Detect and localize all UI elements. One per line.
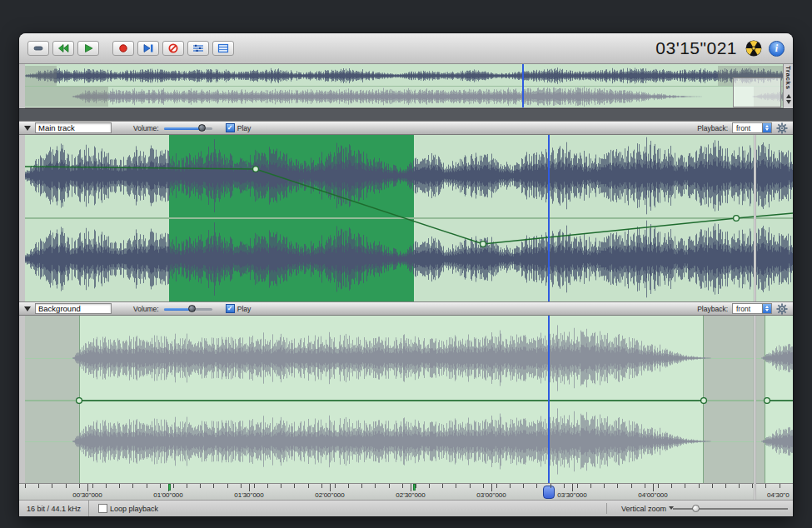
ruler-tick: [389, 484, 390, 488]
record-icon: [117, 43, 129, 53]
tracks-scrollbar[interactable]: Tracks: [783, 64, 793, 108]
vertical-zoom-slider[interactable]: [673, 501, 788, 517]
equalizer-button[interactable]: [187, 41, 209, 56]
slider-thumb[interactable]: [198, 124, 206, 132]
ruler-tick: [241, 484, 242, 488]
overview-navigator[interactable]: [25, 64, 783, 108]
volume-envelope-background[interactable]: [25, 316, 793, 483]
ruler-tick: [106, 484, 107, 488]
overview-row-divider: [25, 86, 783, 87]
ruler-time-label: 03'30"000: [552, 491, 592, 499]
status-bar: 16 bit / 44.1 kHz Loop playback Vertical…: [19, 500, 793, 516]
playback-dropdown[interactable]: front: [732, 122, 772, 133]
goto-end-button[interactable]: [137, 41, 159, 56]
tracks-window-button[interactable]: [212, 41, 234, 56]
stop-button[interactable]: [27, 41, 49, 56]
ruler-tick: [765, 484, 766, 488]
equalizer-icon: [192, 43, 204, 53]
time-ruler[interactable]: 00'30"00001'00"00001'30"00002'00"00002'3…: [19, 483, 793, 500]
loop-playback-checkbox[interactable]: [98, 504, 107, 513]
vertical-zoom-label: Vertical zoom: [621, 505, 666, 513]
gear-icon[interactable]: [776, 122, 788, 134]
track-background-waveform-area[interactable]: [25, 316, 793, 483]
ruler-time-label: 04'00"000: [633, 491, 673, 499]
ruler-tick: [254, 484, 255, 488]
track-name-field[interactable]: [35, 303, 112, 314]
playback-stepper[interactable]: [762, 123, 771, 132]
info-button[interactable]: i: [769, 41, 785, 57]
playback-stepper[interactable]: [762, 304, 771, 313]
ruler-major-tick: [330, 484, 331, 491]
rewind-button[interactable]: [52, 41, 74, 56]
ruler-tick: [564, 484, 565, 488]
ruler-tick: [712, 484, 713, 488]
ruler-tick: [132, 484, 133, 488]
goto-end-icon: [142, 43, 154, 53]
ruler-time-label: 02'00"000: [310, 491, 350, 499]
volume-label: Volume:: [133, 305, 159, 313]
ruler-tick: [66, 484, 67, 488]
scroll-down-icon[interactable]: [786, 100, 791, 107]
ruler-major-tick: [411, 484, 411, 491]
envelope-handle[interactable]: [77, 398, 82, 404]
volume-envelope-main[interactable]: [25, 135, 793, 301]
ruler-tick: [739, 484, 740, 488]
track-name-field[interactable]: [35, 122, 112, 133]
loop-playback-label: Loop playback: [110, 505, 158, 513]
pane-divider: [19, 108, 793, 121]
play-checkbox[interactable]: ✓: [226, 304, 235, 313]
burn-button[interactable]: [745, 40, 762, 57]
scroll-up-icon[interactable]: [786, 92, 791, 98]
track-main-waveform-area[interactable]: [25, 135, 793, 301]
ruler-major-tick: [249, 484, 250, 491]
envelope-handle[interactable]: [481, 242, 486, 247]
slider-thumb[interactable]: [692, 505, 700, 512]
ruler-major-tick: [87, 484, 88, 491]
envelope-handle[interactable]: [701, 398, 707, 404]
rewind-icon: [57, 43, 69, 53]
envelope-handle[interactable]: [765, 398, 770, 404]
tracks-window-icon: [217, 43, 229, 53]
play-label: Play: [237, 124, 252, 132]
ruler-tick: [780, 484, 780, 488]
ruler-time-label: 02'30"000: [391, 491, 431, 499]
ruler-time-label: 00'30"000: [67, 491, 107, 499]
ruler-tick: [402, 484, 403, 488]
cancel-recording-button[interactable]: [162, 41, 184, 56]
overview-view-rect[interactable]: [733, 77, 781, 107]
track-header-main: Volume: ✓ Play Playback: front: [19, 121, 793, 135]
view-splitter[interactable]: [754, 135, 756, 500]
ruler-tick: [429, 484, 430, 488]
playback-dropdown[interactable]: front: [732, 303, 772, 314]
playback-value: front: [736, 124, 750, 132]
ruler-tick: [308, 484, 309, 488]
play-button[interactable]: [77, 41, 99, 56]
envelope-handle[interactable]: [253, 167, 259, 172]
ruler-tick: [79, 484, 80, 488]
ruler-tick: [227, 484, 228, 488]
track-header-background: Volume: ✓ Play Playback: front: [19, 301, 793, 316]
record-button[interactable]: [112, 41, 134, 56]
playback-label: Playback:: [697, 124, 728, 132]
ruler-time-label: 01'00"000: [148, 491, 188, 499]
ruler-tick: [685, 484, 685, 488]
overview-dim-region: [25, 66, 57, 86]
volume-slider[interactable]: [164, 305, 212, 313]
ruler-tick: [442, 484, 443, 488]
tracks-label: Tracks: [785, 66, 792, 89]
playback-label: Playback:: [697, 305, 728, 313]
ruler-tick: [147, 484, 147, 488]
no-entry-icon: [167, 43, 179, 53]
ruler-time-label: 03'00"000: [471, 491, 511, 499]
slider-track: [673, 508, 788, 510]
envelope-handle[interactable]: [734, 216, 740, 222]
play-icon: [82, 43, 94, 53]
slider-thumb[interactable]: [188, 305, 196, 312]
envelope-line[interactable]: [25, 167, 793, 244]
volume-slider[interactable]: [164, 124, 212, 132]
play-checkbox[interactable]: ✓: [226, 123, 235, 132]
disclosure-triangle-icon[interactable]: [24, 306, 31, 311]
disclosure-triangle-icon[interactable]: [24, 126, 31, 131]
ruler-tick: [38, 484, 39, 488]
gear-icon[interactable]: [776, 303, 788, 315]
